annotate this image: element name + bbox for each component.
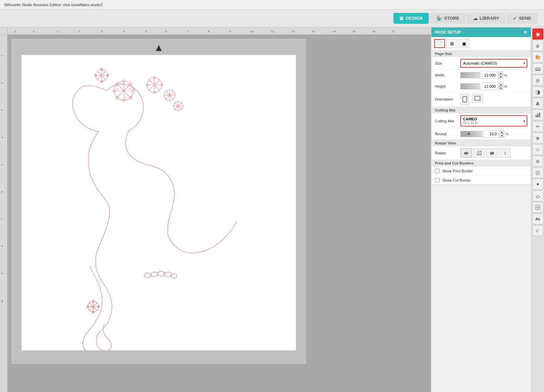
ruler-left-8: 8 [1,245,4,247]
main-layout: 1 2 3 4 5 6 7 8 9 10 -1 0 1 2 3 4 5 6 7 … [0,27,544,392]
svg-rect-76 [536,208,538,210]
ruler-top: -1 0 1 2 3 4 5 6 7 8 9 10 11 12 13 14 15… [7,27,431,35]
tool-star-shape[interactable]: ☆ [532,144,543,155]
show-cut-border-label: Show Cut Border [442,178,471,182]
width-up[interactable]: ▲ [498,71,503,75]
portrait-icon [462,96,467,102]
svg-rect-68 [536,115,537,117]
tab-grid[interactable]: ⊞ [446,39,457,48]
reveal-down[interactable]: ▼ [499,134,504,138]
tool-chart[interactable] [532,109,543,120]
reveal-label: Reveal [435,132,460,136]
height-up[interactable]: ▲ [498,83,503,86]
svg-rect-74 [536,205,538,207]
rotate-row: Rotate ab 🔄 qb ↕ [431,147,531,160]
svg-text:⚙: ⚙ [536,229,539,233]
tool-texture[interactable] [532,202,543,213]
show-cut-border-checkbox[interactable] [435,178,440,183]
nav-store-label: STORE [444,16,459,21]
nav-send[interactable]: ✓ SEND [507,13,537,24]
rotate-mirror[interactable]: 🔄 [473,148,485,158]
tab-page[interactable]: 📄 [434,39,445,48]
tool-fill-color[interactable]: 🎨 [532,52,543,63]
tool-pattern[interactable] [532,167,543,178]
nav-design[interactable]: ⊞ DESIGN [393,13,429,24]
orientation-landscape[interactable] [472,94,483,103]
right-panel: PAGE SETUP ✕ 📄 ⊞ ▣ Page Size Size Automa… [431,27,531,392]
svg-point-50 [151,272,158,277]
height-down[interactable]: ▼ [498,86,503,90]
reveal-slider[interactable] [460,131,482,137]
tool-typography[interactable]: Ab [532,214,543,224]
size-row: Size Automatic (CAMEO) ▼ [431,57,531,70]
cutting-mat-row: Cutting Mat CAMEO 12 x 12 in ▼ [431,114,531,129]
ruler-10: 10 [250,30,253,33]
tool-weld[interactable]: ⊕ [532,133,543,143]
page-setup-header: PAGE SETUP ✕ [431,28,531,37]
reveal-up[interactable]: ▲ [499,130,504,134]
svg-rect-64 [475,96,480,100]
ruler-13: 13 [312,30,315,33]
tool-line-style[interactable] [532,63,543,74]
ruler-left-7: 7 [1,218,4,220]
orientation-portrait[interactable] [460,94,469,105]
rotate-flip[interactable]: ↕ [499,148,511,158]
height-label: Height [435,84,460,88]
page-setup-tabs: 📄 ⊞ ▣ [431,37,531,50]
canvas-area[interactable]: -1 0 1 2 3 4 5 6 7 8 9 10 11 12 13 14 15… [7,27,431,392]
top-nav: ⊞ DESIGN 🏪 STORE ☁ LIBRARY ✓ SEND [0,10,544,27]
up-arrow: ▲ [154,42,164,53]
rotate-180[interactable]: qb [486,148,498,158]
rotate-label: Rotate [435,151,460,155]
pattern-icon [535,170,541,175]
cutting-mat-dropdown[interactable]: CAMEO 12 x 12 in [460,115,527,126]
title-bar: Silhouette Studio Business Edition: elsa… [0,0,544,10]
tool-text-style[interactable]: A [532,98,543,109]
tool-replicate[interactable]: ⊜ [532,156,543,167]
cutting-mat-value: CAMEO [463,117,518,121]
white-paper [21,55,296,351]
tool-variable-data[interactable]: ⚙ [532,225,543,236]
width-slider[interactable] [460,72,480,78]
ruler-left-10: 10 [1,300,4,303]
tool-page-setup[interactable]: ▣ [532,29,543,39]
ruler-left: 1 2 3 4 5 6 7 8 9 10 [0,27,7,392]
ruler-left-3: 3 [1,109,4,111]
tool-morph[interactable] [532,190,543,201]
nav-library[interactable]: ☁ LIBRARY [467,13,505,24]
design-svg [22,55,297,351]
width-input[interactable] [481,71,497,79]
ruler-4: 4 [123,30,124,33]
ruler-2: 2 [79,30,80,33]
height-slider[interactable] [460,83,480,89]
height-input[interactable] [481,83,497,90]
tool-effects[interactable]: ◎ [532,75,543,86]
tool-transform[interactable]: ✦ [532,179,543,190]
design-canvas[interactable]: ▲ [11,38,307,364]
ruler-3: 3 [101,30,102,33]
nav-design-label: DESIGN [406,16,423,21]
show-print-border-checkbox[interactable] [435,169,440,173]
svg-rect-70 [539,113,540,117]
tool-knife[interactable]: ✂ [532,121,543,132]
variable-data-icon: ⚙ [535,228,541,233]
ruler-14: 14 [333,30,336,33]
svg-point-49 [144,273,151,278]
svg-point-53 [171,274,177,278]
close-icon[interactable]: ✕ [523,30,527,35]
chart-icon [535,112,541,118]
size-dropdown[interactable]: Automatic (CAMEO) [460,59,527,68]
tab-view[interactable]: ▣ [459,39,470,48]
reveal-input[interactable] [483,130,498,138]
ruler-9: 9 [230,30,231,33]
morph-icon [535,193,541,199]
print-border-row: Show Print Border [431,167,531,176]
ruler-left-9: 9 [1,273,4,274]
width-down[interactable]: ▼ [498,75,503,79]
rotate-normal[interactable]: ab [460,148,472,158]
width-label: Width [435,73,460,77]
line-style-icon [535,67,541,71]
tool-contrast[interactable]: ◑ [532,86,543,97]
nav-store[interactable]: 🏪 STORE [430,13,465,24]
tool-print[interactable]: 🖨 [532,40,543,51]
